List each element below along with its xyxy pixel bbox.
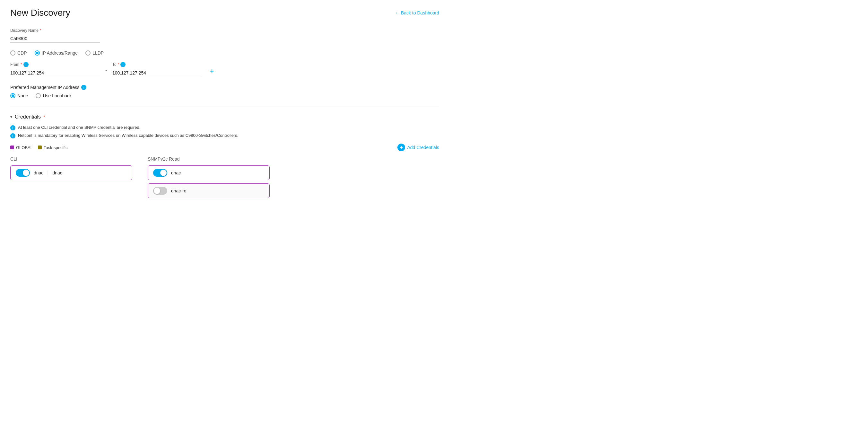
discovery-type-group: CDP IP Address/Range LLDP	[10, 51, 439, 56]
page-title: New Discovery	[10, 8, 70, 18]
radio-ip-range[interactable]: IP Address/Range	[35, 51, 78, 56]
section-divider	[10, 106, 439, 106]
discovery-name-section: Discovery Name *	[10, 28, 439, 43]
from-required-star: *	[21, 62, 22, 67]
radio-circle-lldp	[85, 51, 91, 56]
snmpv2c-column: SNMPv2c Read dnac dnac-ro	[148, 156, 270, 202]
preferred-ip-label: Preferred Management IP Address i	[10, 85, 439, 90]
discovery-name-label: Discovery Name *	[10, 28, 439, 33]
preferred-ip-section: Preferred Management IP Address i None U…	[10, 85, 439, 98]
radio-circle-loopback	[36, 93, 41, 98]
radio-circle-cdp	[10, 51, 16, 56]
info-icon-1: i	[10, 125, 16, 130]
required-star: *	[40, 28, 41, 33]
credentials-info-2: i Netconf is mandatory for enabling Wire…	[10, 133, 439, 139]
cli-column: CLI dnac | dnac	[10, 156, 132, 202]
radio-none[interactable]: None	[10, 93, 28, 98]
cli-credential-card-1: dnac | dnac	[10, 165, 132, 180]
cli-column-title: CLI	[10, 156, 132, 161]
add-credentials-plus-icon: +	[397, 144, 405, 151]
radio-use-loopback[interactable]: Use Loopback	[36, 93, 71, 98]
discovery-name-input[interactable]	[10, 35, 100, 43]
snmpv2c-toggle-1[interactable]	[153, 169, 167, 177]
legend-task-specific: Task-specific	[38, 145, 67, 150]
snmpv2c-credential-card-1: dnac	[148, 165, 270, 180]
to-label: To * i	[112, 62, 202, 67]
credentials-info-1: i At least one CLI credential and one SN…	[10, 125, 439, 130]
from-info-icon[interactable]: i	[24, 62, 29, 67]
info-icon-2: i	[10, 133, 16, 139]
from-ip-input[interactable]	[10, 69, 100, 77]
snmpv2c-toggle-knob-2	[154, 188, 160, 194]
cli-toggle-knob-1	[23, 170, 29, 176]
legend-dot-task-specific	[38, 146, 42, 149]
back-to-dashboard-link[interactable]: ← Back to Dashboard	[395, 10, 439, 16]
credentials-required-star: *	[43, 114, 45, 120]
credentials-chevron-icon[interactable]: ▾	[10, 115, 12, 119]
legend-global: GLOBAL	[10, 145, 33, 150]
credentials-columns: CLI dnac | dnac SNMPv2c Read dnac	[10, 156, 439, 202]
radio-cdp[interactable]: CDP	[10, 51, 27, 56]
cli-cred-name2: dnac	[53, 170, 62, 175]
credentials-title: Credentials	[15, 114, 41, 120]
header-row: New Discovery ← Back to Dashboard	[10, 8, 439, 18]
to-required-star: *	[118, 62, 119, 67]
snmpv2c-cred-name-1: dnac	[171, 170, 181, 175]
radio-lldp[interactable]: LLDP	[85, 51, 104, 56]
ip-range-dash: -	[105, 67, 107, 75]
preferred-ip-radio-group: None Use Loopback	[10, 93, 439, 98]
cli-toggle-1[interactable]	[16, 169, 30, 177]
snmpv2c-credential-card-2: dnac-ro	[148, 183, 270, 198]
credentials-section: ▾ Credentials * i At least one CLI crede…	[10, 114, 439, 202]
to-info-icon[interactable]: i	[120, 62, 125, 67]
snmpv2c-cred-name-2: dnac-ro	[171, 188, 186, 193]
credentials-header: ▾ Credentials *	[10, 114, 439, 120]
cli-cred-separator: |	[47, 170, 49, 176]
ip-range-row: From * i - To * i +	[10, 62, 439, 77]
to-field-group: To * i	[112, 62, 202, 77]
add-ip-range-button[interactable]: +	[207, 67, 216, 76]
to-ip-input[interactable]	[112, 69, 202, 77]
radio-circle-ip-range	[35, 51, 40, 56]
snmpv2c-toggle-2[interactable]	[153, 187, 167, 195]
preferred-ip-info-icon[interactable]: i	[81, 85, 86, 90]
legend-row: GLOBAL Task-specific + Add Credentials	[10, 144, 439, 151]
radio-circle-none	[10, 93, 16, 98]
snmpv2c-toggle-knob-1	[160, 170, 166, 176]
cli-cred-name1: dnac	[34, 170, 43, 175]
from-field-group: From * i	[10, 62, 100, 77]
legend-dot-global	[10, 146, 14, 149]
snmpv2c-column-title: SNMPv2c Read	[148, 156, 270, 161]
from-label: From * i	[10, 62, 100, 67]
add-credentials-button[interactable]: + Add Credentials	[397, 144, 439, 151]
